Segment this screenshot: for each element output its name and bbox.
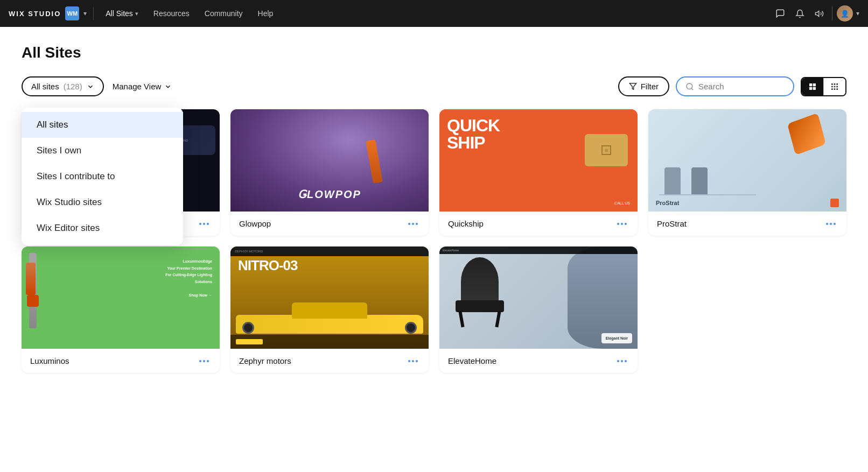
site-more-button-quickship[interactable]	[615, 221, 629, 227]
eh-chair-seat	[456, 300, 504, 312]
ps-person1	[664, 167, 681, 194]
svg-line-3	[691, 88, 693, 90]
dropdown-label: All sites	[31, 82, 59, 91]
nav-all-sites-chevron-icon: ▾	[135, 10, 138, 17]
site-card-footer-luxuminos: Luxuminos	[22, 349, 220, 373]
eh-chair	[450, 257, 509, 327]
site-card-luxuminos[interactable]: LuxuminosEdgeYour Premier DestinationFor…	[22, 246, 220, 373]
site-card-prostrat[interactable]: ProStrat ProStrat	[648, 109, 846, 236]
grid-small-icon	[830, 82, 839, 91]
site-card-quickship[interactable]: QUICKSHIP ⊞ CALL US Quickship	[439, 109, 638, 236]
ps-hw-main	[787, 113, 826, 156]
workspace-chevron-icon[interactable]: ▾	[83, 10, 87, 17]
site-more-button-prostrat[interactable]	[824, 221, 838, 227]
manage-view-button[interactable]: Manage View	[110, 78, 174, 95]
nav-community[interactable]: Community	[199, 6, 248, 21]
ps-hardware	[790, 118, 839, 156]
nav-help[interactable]: Help	[253, 6, 279, 21]
eh-nav: ElevateHome	[439, 246, 638, 254]
site-thumb-zephyr: ZEPHYR MOTORS NITRO-03	[230, 246, 429, 349]
site-more-button-glowpop[interactable]	[406, 221, 420, 227]
svg-rect-10	[836, 83, 838, 85]
eh-chair-back	[461, 257, 499, 306]
site-more-button-analytix[interactable]	[197, 221, 211, 227]
site-thumb-luxuminos: LuxuminosEdgeYour Premier DestinationFor…	[22, 246, 220, 349]
thumb-bg-elevatehome: Elegant Noir ElevateHome	[439, 246, 638, 349]
dropdown-item-wix-studio-sites[interactable]: Wix Studio sites	[22, 189, 183, 215]
site-more-button-zephyr[interactable]	[406, 358, 420, 364]
dropdown-item-all-sites[interactable]: All sites	[22, 112, 183, 138]
svg-rect-14	[831, 88, 833, 90]
thumb-bg-glowpop: ǤLOWPOP	[230, 109, 429, 212]
bell-icon[interactable]	[791, 5, 808, 22]
lux-title-text: LuxuminosEdgeYour Premier DestinationFor…	[165, 258, 212, 299]
search-input[interactable]	[698, 82, 785, 91]
svg-rect-7	[813, 87, 816, 89]
ps-person2	[691, 167, 708, 194]
thumb-bg-quickship: QUICKSHIP ⊞ CALL US	[439, 109, 638, 212]
zephyr-footer	[230, 335, 429, 349]
dropdown-item-sites-i-contribute[interactable]: Sites I contribute to	[22, 164, 183, 189]
site-card-glowpop[interactable]: ǤLOWPOP Glowpop	[230, 109, 429, 236]
filter-button[interactable]: Filter	[618, 76, 669, 96]
svg-rect-16	[836, 88, 838, 90]
svg-point-2	[687, 83, 692, 89]
site-card-zephyr-motors[interactable]: ZEPHYR MOTORS NITRO-03	[230, 246, 429, 373]
svg-marker-1	[629, 83, 636, 89]
eh-leg-1	[458, 311, 464, 328]
site-card-footer-quickship: Quickship	[439, 212, 638, 236]
logo-text: WIX STUDIO	[9, 10, 61, 18]
qs-box: ⊞	[585, 134, 628, 166]
lux-earbud-lower	[27, 295, 39, 307]
dropdown-count: (128)	[64, 82, 82, 91]
manage-view-chevron-icon	[164, 83, 172, 90]
car-wheel-left	[242, 322, 254, 334]
eh-label: Elegant Noir	[601, 333, 632, 343]
site-name-elevatehome: ElevateHome	[448, 356, 496, 365]
grid-small-view-button[interactable]	[824, 78, 845, 95]
megaphone-icon[interactable]	[810, 5, 828, 22]
chat-icon[interactable]	[772, 5, 789, 22]
grid-large-view-button[interactable]	[802, 78, 824, 95]
eh-site-name: ElevateHome	[443, 249, 459, 252]
dot-2	[203, 223, 205, 225]
site-more-button-luxuminos[interactable]	[197, 358, 211, 364]
site-thumb-quickship: QUICKSHIP ⊞ CALL US	[439, 109, 638, 212]
thumb-bg-luxuminos: LuxuminosEdgeYour Premier DestinationFor…	[22, 246, 220, 349]
nav-all-sites[interactable]: All Sites ▾	[100, 6, 144, 21]
dropdown-chevron-icon	[87, 83, 94, 90]
svg-rect-12	[834, 86, 836, 87]
site-more-button-elevatehome[interactable]	[615, 358, 629, 364]
sites-filter-dropdown[interactable]: All sites (128)	[22, 76, 104, 96]
nav-resources[interactable]: Resources	[148, 6, 195, 21]
workspace-badge[interactable]: WM	[65, 6, 79, 20]
site-card-elevatehome[interactable]: Elegant Noir ElevateHome ElevateHome	[439, 246, 638, 373]
search-box[interactable]	[676, 76, 794, 96]
site-thumb-prostrat: ProStrat	[648, 109, 846, 212]
dropdown-item-wix-editor-sites[interactable]: Wix Editor sites	[22, 215, 183, 241]
thumb-bg-prostrat: ProStrat	[648, 109, 846, 212]
ps-cta-btn	[830, 199, 839, 207]
svg-marker-0	[815, 11, 818, 16]
qs-box-icon: ⊞	[601, 145, 611, 155]
search-icon	[685, 82, 694, 91]
site-name-luxuminos: Luxuminos	[30, 356, 69, 365]
svg-rect-6	[809, 87, 812, 89]
zephyr-cta	[236, 339, 263, 344]
svg-rect-15	[834, 88, 836, 90]
svg-rect-11	[831, 86, 833, 87]
site-name-quickship: Quickship	[448, 219, 484, 228]
site-name-zephyr: Zephyr motors	[239, 356, 291, 365]
svg-rect-9	[834, 83, 836, 85]
zephyr-title-text: NITRO-03	[238, 258, 297, 272]
zephyr-car	[236, 296, 423, 334]
dropdown-item-sites-i-own[interactable]: Sites I own	[22, 138, 183, 164]
nav-divider	[93, 7, 94, 20]
ps-table	[659, 194, 756, 195]
qs-call-text: CALL US	[614, 201, 630, 205]
avatar[interactable]: 👤	[837, 5, 853, 22]
avatar-chevron-icon[interactable]: ▾	[856, 10, 859, 17]
svg-rect-13	[836, 86, 838, 87]
nav-icon-group: 👤 ▾	[772, 5, 859, 22]
svg-rect-4	[809, 83, 812, 86]
